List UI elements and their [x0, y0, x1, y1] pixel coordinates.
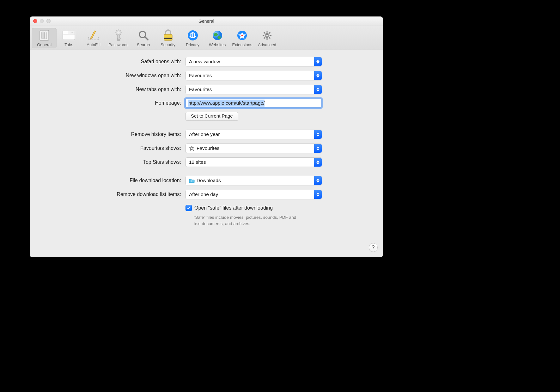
svg-marker-46: [316, 162, 320, 164]
popup-remove-download-list-items-value: After one day: [186, 192, 218, 197]
websites-icon: [211, 29, 224, 42]
tab-privacy[interactable]: Privacy: [180, 28, 205, 48]
chevron-updown-icon: [314, 158, 322, 167]
label-remove-download-list-items: Remove download list items:: [61, 192, 186, 197]
tab-general[interactable]: General: [32, 28, 57, 48]
label-top-sites-shows: Top Sites shows:: [61, 159, 186, 165]
svg-marker-35: [316, 62, 320, 64]
popup-new-windows-open-with[interactable]: Favourites: [186, 71, 322, 80]
chevron-updown-icon: [314, 57, 322, 66]
popup-remove-download-list-items[interactable]: After one day: [186, 190, 322, 199]
checkbox-open-safe-files-label: Open “safe” files after downloading: [194, 205, 273, 211]
label-new-windows-open-with: New windows open with:: [61, 73, 186, 78]
svg-marker-37: [316, 76, 320, 78]
svg-rect-2: [45, 32, 47, 39]
extensions-icon: [236, 29, 248, 42]
label-remove-history-items: Remove history items:: [61, 132, 186, 137]
search-icon: [137, 29, 150, 42]
window-minimize-button[interactable]: [40, 19, 44, 23]
popup-file-download-location-value: Downloads: [197, 178, 221, 183]
tab-autofill[interactable]: AutoFill: [81, 28, 106, 48]
tab-search-label: Search: [137, 42, 150, 47]
window-close-button[interactable]: [33, 19, 37, 23]
svg-marker-42: [190, 146, 194, 150]
svg-marker-45: [316, 160, 320, 162]
svg-marker-49: [316, 193, 320, 194]
tab-security-label: Security: [161, 42, 175, 47]
popup-new-tabs-open-with-value: Favourites: [186, 87, 212, 92]
tab-websites-label: Websites: [209, 42, 226, 47]
preferences-window: General General: [30, 16, 383, 257]
svg-line-32: [269, 32, 270, 34]
tab-search[interactable]: Search: [131, 28, 156, 48]
input-homepage[interactable]: http://www.apple.com/uk/startpage/: [186, 99, 321, 107]
svg-marker-36: [316, 74, 320, 76]
svg-rect-1: [42, 32, 44, 39]
chevron-updown-icon: [314, 71, 322, 80]
checkbox-open-safe-files[interactable]: [186, 205, 192, 211]
tab-advanced-label: Advanced: [258, 42, 276, 47]
svg-marker-44: [316, 149, 320, 150]
window-zoom-button[interactable]: [46, 19, 51, 23]
svg-line-33: [264, 37, 265, 39]
label-favourites-shows: Favourites shows:: [61, 145, 186, 151]
preferences-toolbar: General + Tabs: [30, 26, 383, 50]
advanced-icon: [261, 29, 273, 42]
label-safari-opens-with: Safari opens with:: [61, 59, 186, 64]
popup-remove-history-items-value: After one year: [186, 132, 220, 137]
tab-advanced[interactable]: Advanced: [255, 28, 279, 48]
tab-passwords-label: Passwords: [108, 42, 129, 47]
svg-marker-50: [316, 195, 320, 197]
titlebar: General: [30, 17, 383, 26]
popup-file-download-location[interactable]: Downloads: [186, 176, 322, 185]
general-icon: [38, 29, 51, 42]
tab-extensions[interactable]: Extensions: [230, 28, 255, 48]
window-title: General: [198, 19, 214, 24]
svg-marker-39: [316, 90, 320, 92]
general-pane: Safari opens with: A new window New wind…: [30, 50, 383, 244]
svg-marker-41: [316, 135, 320, 137]
svg-rect-13: [118, 38, 121, 39]
svg-point-25: [266, 34, 268, 36]
svg-text:+: +: [71, 31, 73, 34]
popup-favourites-shows[interactable]: Favourites: [186, 144, 322, 153]
label-file-download-location: File download location:: [61, 178, 186, 183]
svg-marker-34: [316, 60, 320, 62]
svg-point-23: [241, 35, 243, 36]
button-set-to-current-page[interactable]: Set to Current Page: [186, 112, 238, 121]
chevron-updown-icon: [314, 144, 322, 153]
chevron-updown-icon: [314, 130, 322, 139]
popup-favourites-shows-value: Favourites: [197, 145, 219, 151]
popup-new-tabs-open-with[interactable]: Favourites: [186, 85, 322, 94]
help-button[interactable]: ?: [369, 243, 378, 252]
svg-line-31: [269, 37, 270, 39]
security-icon: [162, 29, 174, 42]
tab-general-label: General: [37, 42, 52, 47]
svg-rect-17: [164, 34, 172, 40]
svg-point-20: [213, 31, 222, 40]
label-homepage: Homepage:: [61, 100, 186, 106]
svg-rect-14: [118, 40, 120, 40]
chevron-updown-icon: [314, 85, 322, 94]
open-safe-files-help-text: “Safe” files include movies, pictures, s…: [194, 214, 298, 227]
input-homepage-value: http://www.apple.com/uk/startpage/: [188, 100, 265, 107]
svg-rect-3: [63, 34, 75, 40]
popup-top-sites-shows-value: 12 sites: [186, 159, 206, 165]
tab-passwords[interactable]: Passwords: [106, 28, 131, 48]
label-new-tabs-open-with: New tabs open with:: [61, 87, 186, 92]
downloads-folder-icon: [189, 178, 195, 183]
popup-safari-opens-with[interactable]: A new window: [186, 57, 322, 66]
popup-safari-opens-with-value: A new window: [186, 59, 220, 64]
tab-websites[interactable]: Websites: [205, 28, 230, 48]
tabs-icon: +: [63, 29, 75, 42]
svg-line-16: [145, 37, 148, 40]
popup-top-sites-shows[interactable]: 12 sites: [186, 157, 322, 167]
popup-remove-history-items[interactable]: After one year: [186, 130, 322, 139]
svg-marker-47: [316, 179, 320, 181]
tab-security[interactable]: Security: [156, 28, 180, 48]
tab-tabs[interactable]: + Tabs: [57, 28, 81, 48]
chevron-updown-icon: [314, 176, 322, 185]
svg-point-11: [117, 31, 120, 34]
svg-marker-38: [316, 88, 320, 89]
svg-rect-18: [164, 38, 172, 39]
